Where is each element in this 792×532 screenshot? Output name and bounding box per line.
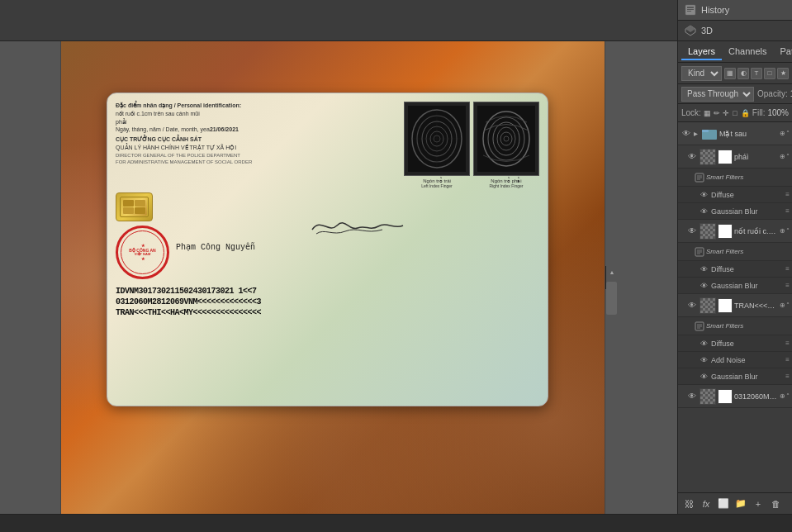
thumb-0312 — [700, 388, 716, 405]
diffuse-menu-not-ruoi[interactable]: ≡ — [785, 265, 790, 273]
pixel-filter-btn[interactable]: ▦ — [724, 68, 736, 79]
layer-icons-mat-sau: ⊕ ˄ — [780, 130, 790, 137]
history-tab[interactable]: History — [678, 0, 792, 21]
tab-channels[interactable]: Channels — [722, 44, 773, 60]
gaussian-menu-not-ruoi[interactable]: ≡ — [785, 282, 790, 289]
eye-gaussian-tran[interactable]: 👁 — [698, 371, 709, 382]
diffuse-filter-tran[interactable]: 👁 Diffuse ≡ — [678, 335, 792, 352]
lock-all-btn[interactable]: 🔒 — [741, 107, 750, 119]
history-icon — [685, 4, 696, 16]
id-middle-section: ★ BỘ CÔNG AN VIỆT NAM ★ — [116, 192, 539, 279]
lock-artboard-btn[interactable]: □ — [732, 107, 738, 119]
eye-phai[interactable]: 👁 — [686, 151, 698, 163]
id-header-line2: nốt ruồi c.1cm trên sau cánh mũi — [116, 110, 397, 118]
tab-layers[interactable]: Layers — [681, 44, 722, 60]
id-authority2: QUẢN LÝ HÀNH CHÍNH VỀ TRẬT TỰ XÃ HỘI — [116, 144, 397, 152]
eye-mat-sau[interactable]: 👁 — [681, 128, 692, 140]
right-finger-label: Ngón trỏ phảiRight Index Finger — [490, 178, 524, 188]
lock-row: Lock: ▦ ✏ ✛ □ 🔒 Fill: 100% — [678, 104, 792, 122]
lock-transparency-btn[interactable]: ▦ — [704, 107, 711, 119]
opacity-row: Opacity: 100% — [757, 89, 792, 98]
svg-rect-2 — [687, 9, 694, 10]
layers-tabs: Layers Channels Paths ≡ — [678, 41, 792, 63]
lock-paint-btn[interactable]: ✏ — [714, 107, 720, 119]
arrow-mat-sau[interactable]: ▸ — [694, 129, 698, 138]
layer-0312[interactable]: 👁 0312060M2812069VN... ⊕ ˄ — [678, 385, 792, 408]
addnoise-menu-tran[interactable]: ≡ — [785, 356, 790, 363]
eye-gaussian-phai[interactable]: 👁 — [698, 206, 709, 217]
id-header-line1: Đặc điểm nhân dạng / Personal identifica… — [116, 102, 397, 110]
delete-layer-btn[interactable]: 🗑 — [768, 496, 783, 511]
smart-filters-label-tran: Smart Filters — [706, 322, 743, 330]
eye-addnoise-tran[interactable]: 👁 — [698, 354, 709, 366]
gaussian-menu-tran[interactable]: ≡ — [785, 373, 790, 380]
eye-gaussian-not-ruoi[interactable]: 👁 — [698, 280, 709, 292]
layer-group-mat-sau[interactable]: 👁 ▸ Mặt sau ⊕ ˄ — [678, 122, 792, 145]
new-layer-btn[interactable]: + — [751, 496, 766, 511]
id-card-header: Đặc điểm nhân dạng / Personal identifica… — [116, 102, 397, 166]
id-date: Ngày, tháng, năm / Date, month, yea21/06… — [116, 126, 397, 134]
id-left-col: Đặc điểm nhân dạng / Personal identifica… — [116, 102, 397, 188]
adjust-filter-btn[interactable]: ◐ — [737, 68, 749, 79]
eye-diffuse-not-ruoi[interactable]: 👁 — [698, 264, 709, 275]
history-label: History — [701, 5, 729, 15]
diffuse-filter-phai[interactable]: 👁 Diffuse ≡ — [678, 187, 792, 203]
layer-not-ruoi[interactable]: 👁 nốt ruồi c.1cm trên s... ⊕ ˄ — [678, 220, 792, 243]
history-3d-panel: History 3D — [677, 0, 792, 40]
right-fingerprint-box — [473, 102, 539, 176]
thumb-mat-sau — [701, 126, 718, 142]
id-card: Đặc điểm nhân dạng / Personal identifica… — [107, 93, 548, 406]
gaussian-label-not-ruoi: Gaussian Blur — [711, 282, 758, 290]
eye-diffuse-phai[interactable]: 👁 — [698, 189, 709, 201]
chip — [116, 192, 153, 221]
tab-paths[interactable]: Paths — [774, 44, 792, 60]
smart-filter-btn[interactable]: ★ — [777, 68, 789, 79]
barcode-line1: IDVNM301730211502430173021 1<<7 — [116, 286, 539, 297]
eye-diffuse-tran[interactable]: 👁 — [698, 338, 709, 349]
diffuse-menu-tran[interactable]: ≡ — [785, 340, 790, 347]
smartobj-icon-not-ruoi: ⊕ — [780, 227, 785, 235]
diffuse-menu-phai[interactable]: ≡ — [785, 191, 790, 198]
smartobj-icon-tran: ⊕ — [780, 302, 785, 309]
status-bar — [0, 514, 792, 532]
thumb-phai — [700, 149, 716, 165]
layer-phai[interactable]: 👁 pháì ⊕ ˄ — [678, 145, 792, 169]
eye-tran[interactable]: 👁 — [686, 300, 698, 311]
smart-filters-label-not-ruoi: Smart Filters — [706, 248, 743, 255]
thumb-not-ruoi — [700, 223, 716, 240]
addnoise-filter-tran[interactable]: 👁 Add Noise ≡ — [678, 352, 792, 368]
gaussian-menu-phai[interactable]: ≡ — [785, 207, 790, 215]
layer-tran[interactable]: 👁 TRAN<<<THI<<HA... ⊕ ˄ — [678, 294, 792, 317]
shape-filter-btn[interactable]: □ — [764, 68, 775, 79]
gaussian-filter-phai[interactable]: 👁 Gaussian Blur ≡ — [678, 203, 792, 220]
svg-rect-3 — [687, 11, 691, 12]
link-layers-btn[interactable]: ⛓ — [681, 496, 696, 511]
scroll-up-btn[interactable]: ▲ — [606, 266, 618, 278]
smart-filters-icon3 — [695, 321, 704, 331]
gaussian-filter-tran[interactable]: 👁 Gaussian Blur ≡ — [678, 368, 792, 385]
add-mask-btn[interactable]: ⬜ — [716, 496, 731, 511]
layers-list[interactable]: 👁 ▸ Mặt sau ⊕ ˄ 👁 pháì — [678, 122, 792, 492]
canvas-area[interactable]: Đặc điểm nhân dạng / Personal identifica… — [0, 41, 677, 514]
new-group-btn[interactable]: 📁 — [733, 496, 748, 511]
type-filter-btn[interactable]: T — [751, 68, 762, 79]
gaussian-filter-not-ruoi[interactable]: 👁 Gaussian Blur ≡ — [678, 278, 792, 294]
diffuse-filter-not-ruoi[interactable]: 👁 Diffuse ≡ — [678, 261, 792, 278]
scroll-thumb[interactable] — [606, 282, 617, 315]
blend-mode-select[interactable]: Pass Through Normal Multiply Screen — [681, 87, 754, 102]
main-area: Đặc điểm nhân dạng / Personal identifica… — [0, 41, 792, 514]
fill-row: Fill: 100% — [752, 108, 789, 117]
three-d-tab[interactable]: 3D — [678, 21, 792, 40]
fx-btn[interactable]: fx — [699, 496, 714, 511]
eye-not-ruoi[interactable]: 👁 — [686, 226, 698, 237]
arrow-icon-mat-sau: ˄ — [786, 130, 790, 137]
layer-name-mat-sau: Mặt sau — [719, 130, 778, 138]
lock-position-btn[interactable]: ✛ — [723, 107, 729, 119]
canvas-image: Đặc điểm nhân dạng / Personal identifica… — [60, 41, 605, 514]
canvas-scrollbar[interactable]: ▲ ▼ — [605, 266, 617, 289]
arrow-icon-0312: ˄ — [786, 392, 790, 400]
left-fingerprint-box — [404, 102, 470, 176]
eye-0312[interactable]: 👁 — [686, 391, 698, 402]
kind-select[interactable]: Kind — [681, 66, 722, 81]
signature — [176, 213, 539, 240]
